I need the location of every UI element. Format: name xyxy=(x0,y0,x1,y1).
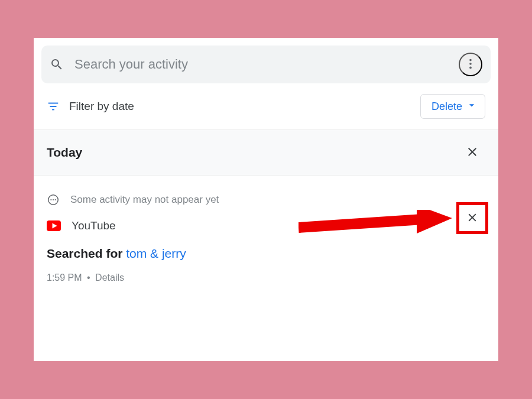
filter-row: Filter by date Delete xyxy=(34,83,498,129)
section-title: Today xyxy=(47,145,82,160)
notice-row: Some activity may not appear yet xyxy=(47,193,485,206)
svg-point-5 xyxy=(53,199,54,200)
svg-point-1 xyxy=(469,63,472,65)
caret-down-icon xyxy=(466,99,478,114)
filter-icon xyxy=(47,100,60,113)
filter-label: Filter by date xyxy=(69,100,134,113)
close-icon xyxy=(465,145,479,161)
delete-dropdown-button[interactable]: Delete xyxy=(420,94,485,119)
more-options-button[interactable] xyxy=(459,53,482,76)
activity-query-link[interactable]: tom & jerry xyxy=(126,246,186,260)
delete-today-button[interactable] xyxy=(459,140,485,166)
svg-point-2 xyxy=(469,66,472,69)
activity-card: Filter by date Delete Today Some activit… xyxy=(34,38,498,361)
section-header: Today xyxy=(34,129,498,176)
delete-activity-item-button[interactable] xyxy=(460,206,484,230)
svg-point-4 xyxy=(50,199,51,200)
filter-by-date-button[interactable]: Filter by date xyxy=(47,100,134,113)
kebab-icon xyxy=(464,57,477,72)
search-bar xyxy=(41,46,491,83)
search-input[interactable] xyxy=(74,57,448,72)
activity-body: Some activity may not appear yet YouTube… xyxy=(34,176,498,283)
svg-point-6 xyxy=(55,199,56,200)
activity-meta: 1:59 PM • Details xyxy=(47,273,485,283)
delete-button-label: Delete xyxy=(432,100,462,113)
activity-time: 1:59 PM xyxy=(47,273,82,283)
notice-text: Some activity may not appear yet xyxy=(70,194,219,206)
meta-separator: • xyxy=(87,273,90,283)
close-icon xyxy=(466,211,479,226)
activity-title: Searched for tom & jerry xyxy=(47,246,485,261)
search-icon xyxy=(50,57,64,72)
details-link[interactable]: Details xyxy=(95,273,124,283)
activity-source-name: YouTube xyxy=(72,219,116,232)
activity-source-row: YouTube xyxy=(47,219,485,232)
activity-action-prefix: Searched for xyxy=(47,246,126,260)
youtube-icon xyxy=(47,220,61,231)
ellipsis-circle-icon xyxy=(47,193,60,206)
svg-point-0 xyxy=(469,59,472,61)
